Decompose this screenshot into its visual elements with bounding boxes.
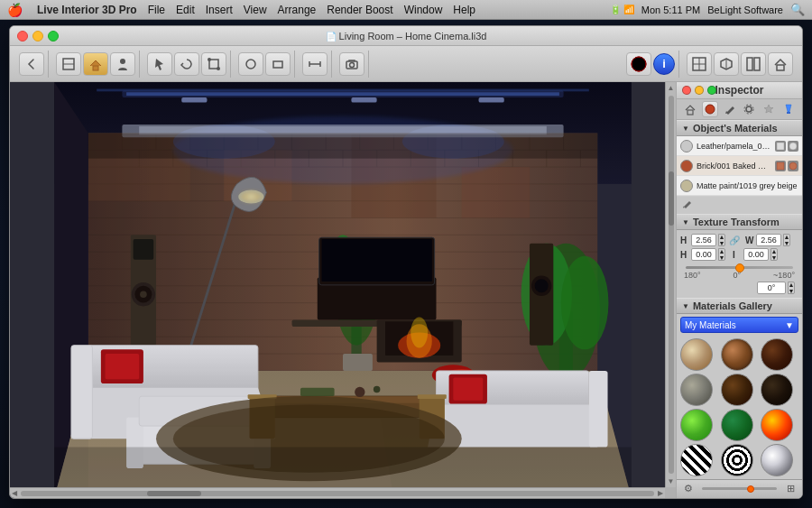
inspector-panel: Inspector bbox=[676, 82, 802, 498]
pencil-icon[interactable] bbox=[682, 199, 693, 209]
gallery-swatch-black[interactable] bbox=[761, 374, 793, 406]
inspector-tab-gear[interactable] bbox=[741, 101, 757, 117]
home-toggle[interactable] bbox=[768, 52, 793, 76]
info-button[interactable]: i bbox=[653, 53, 675, 75]
offset-x-label: H bbox=[680, 250, 689, 260]
inspector-bottom-toolbar: ⚙ ⊞ bbox=[677, 479, 802, 498]
inspector-window-controls bbox=[682, 86, 716, 95]
3d-toggle[interactable] bbox=[714, 52, 739, 76]
resize-tool[interactable] bbox=[201, 52, 226, 76]
toolbar-measure-group bbox=[299, 51, 332, 78]
gallery-swatch-dark-brown[interactable] bbox=[721, 374, 753, 406]
inspector-tab-material[interactable] bbox=[702, 101, 718, 117]
apple-menu[interactable]: 🍎 bbox=[7, 3, 23, 17]
split-toggle[interactable] bbox=[741, 52, 766, 76]
doc-icon: 📄 bbox=[326, 32, 337, 42]
material-name-matte: Matte paint/1019 grey beige bbox=[697, 181, 798, 190]
gallery-swatch-fire[interactable] bbox=[761, 409, 793, 441]
zoom-slider-thumb[interactable] bbox=[747, 485, 754, 493]
gallery-swatch-dark-green[interactable] bbox=[721, 409, 753, 441]
gallery-swatch-chrome[interactable] bbox=[761, 444, 793, 476]
material-item-leather[interactable]: Leather/pamela_09014 bbox=[677, 136, 802, 156]
materials-button[interactable] bbox=[626, 52, 651, 76]
offset-y-stepper[interactable]: ▲▼ bbox=[770, 248, 778, 261]
gallery-dropdown[interactable]: My Materials ▼ bbox=[680, 317, 798, 332]
inspector-tab-paint[interactable] bbox=[780, 101, 797, 117]
offset-x-stepper[interactable]: ▲▼ bbox=[718, 248, 725, 261]
angle-value-input[interactable]: 0° bbox=[757, 282, 786, 294]
camera-tool[interactable] bbox=[339, 52, 364, 76]
gallery-swatch-beige[interactable] bbox=[680, 338, 713, 371]
viewport-3d[interactable]: ◀ ▶ ▲ ▼ bbox=[10, 82, 676, 498]
material-swatch-matte bbox=[680, 180, 693, 192]
materials-gallery-grid bbox=[677, 336, 802, 479]
menu-arrange[interactable]: Arrange bbox=[278, 4, 317, 16]
gallery-swatch-concrete[interactable] bbox=[680, 374, 713, 406]
angle-label-plus180: ~180° bbox=[773, 271, 795, 280]
viewport-scrollbar-vertical[interactable]: ▲ ▼ bbox=[665, 82, 676, 487]
back-button[interactable] bbox=[19, 52, 44, 76]
texture-hw-row: H 2.56 ▲▼ 🔗 W 2.56 ▲▼ bbox=[680, 234, 798, 246]
svg-point-151 bbox=[746, 106, 752, 112]
close-button[interactable] bbox=[17, 31, 28, 42]
scroll-down-arrow[interactable]: ▼ bbox=[668, 476, 675, 487]
toolbar-shape-group bbox=[235, 51, 295, 78]
2d-toggle[interactable] bbox=[687, 52, 712, 76]
gallery-swatch-pattern[interactable] bbox=[721, 444, 753, 476]
angle-slider[interactable] bbox=[686, 266, 793, 269]
inspector-zoom-slider[interactable] bbox=[702, 487, 777, 490]
svg-rect-4 bbox=[209, 60, 218, 69]
w-stepper[interactable]: ▲▼ bbox=[783, 234, 790, 246]
select-tool[interactable] bbox=[147, 52, 172, 76]
menu-window[interactable]: Window bbox=[404, 4, 443, 16]
inspector-close-button[interactable] bbox=[682, 86, 691, 95]
menu-insert[interactable]: Insert bbox=[206, 4, 233, 16]
gallery-swatch-brown-rough[interactable] bbox=[721, 338, 753, 371]
scroll-right-arrow[interactable]: ▶ bbox=[656, 489, 665, 497]
w-value-input[interactable]: 2.56 bbox=[756, 234, 781, 246]
offset-y-input[interactable]: 0.00 bbox=[743, 248, 769, 261]
menu-render[interactable]: Render Boost bbox=[327, 4, 392, 16]
app-name[interactable]: Live Interior 3D Pro bbox=[37, 4, 137, 16]
house-view-button[interactable] bbox=[83, 52, 108, 76]
angle-thumb[interactable] bbox=[735, 263, 744, 272]
inspector-tab-pencil[interactable] bbox=[722, 101, 738, 117]
menu-edit[interactable]: Edit bbox=[176, 4, 195, 16]
viewport-scrollbar-horizontal[interactable]: ◀ ▶ bbox=[10, 487, 665, 498]
link-icon: 🔗 bbox=[727, 236, 742, 245]
scroll-up-arrow[interactable]: ▲ bbox=[668, 82, 675, 94]
menu-help[interactable]: Help bbox=[453, 4, 475, 16]
h-stepper[interactable]: ▲▼ bbox=[718, 234, 725, 246]
offset-x-input[interactable]: 0.00 bbox=[691, 248, 716, 261]
menu-file[interactable]: File bbox=[148, 4, 165, 16]
measure-tool[interactable] bbox=[302, 52, 328, 76]
menu-view[interactable]: View bbox=[244, 4, 267, 16]
inspector-tab-star[interactable] bbox=[761, 101, 777, 117]
h-value-input[interactable]: 2.56 bbox=[691, 234, 716, 246]
section-triangle-icon: ▼ bbox=[682, 125, 689, 133]
maximize-button[interactable] bbox=[48, 31, 59, 42]
search-icon[interactable]: 🔍 bbox=[790, 3, 805, 16]
gallery-swatch-zebra[interactable] bbox=[680, 444, 713, 476]
gallery-triangle-icon: ▼ bbox=[682, 302, 689, 310]
inspector-max-button[interactable] bbox=[707, 86, 716, 95]
inspector-gear-button[interactable]: ⚙ bbox=[680, 482, 697, 496]
inspector-min-button[interactable] bbox=[695, 86, 704, 95]
scroll-left-arrow[interactable]: ◀ bbox=[10, 489, 19, 497]
minimize-button[interactable] bbox=[32, 31, 43, 42]
rotate-tool[interactable] bbox=[174, 52, 199, 76]
gallery-swatch-dark-wood[interactable] bbox=[761, 338, 793, 371]
person-view-button[interactable] bbox=[110, 52, 135, 76]
window-titlebar: 📄 Living Room – Home Cinema.li3d bbox=[10, 26, 802, 46]
gallery-swatch-green[interactable] bbox=[680, 409, 713, 441]
svg-point-155 bbox=[789, 143, 797, 150]
texture-offset-row: H 0.00 ▲▼ I 0.00 ▲▼ bbox=[680, 248, 798, 261]
circle-tool[interactable] bbox=[238, 52, 263, 76]
material-item-brick[interactable]: Brick/001 Baked Brick bbox=[677, 156, 802, 176]
angle-stepper[interactable]: ▲▼ bbox=[788, 282, 795, 294]
material-item-matte[interactable]: Matte paint/1019 grey beige bbox=[677, 176, 802, 196]
2d-view-button[interactable] bbox=[56, 52, 81, 76]
inspector-tab-house[interactable] bbox=[682, 101, 698, 117]
inspector-grid-button[interactable]: ⊞ bbox=[782, 482, 798, 496]
rect-tool[interactable] bbox=[265, 52, 291, 76]
